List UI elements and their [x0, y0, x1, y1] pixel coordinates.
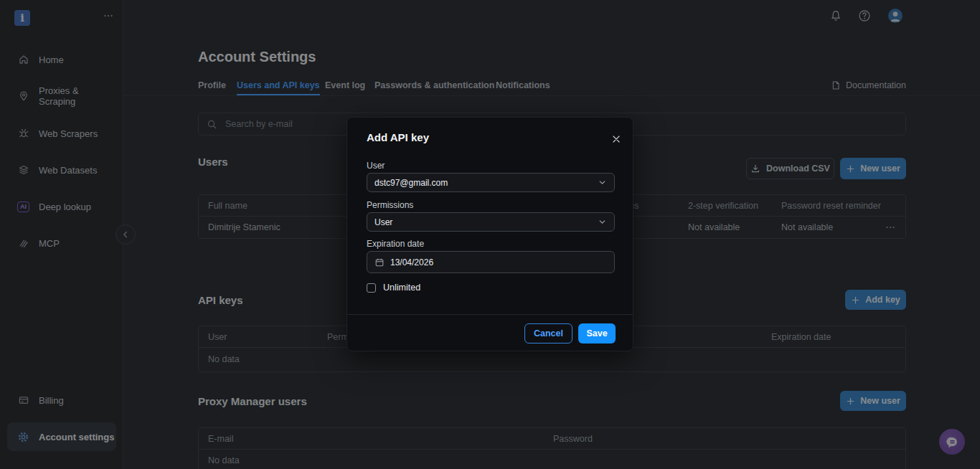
user-field-label: User: [367, 161, 385, 171]
app-screen: i Home Proxies & Scraping Web Scrapers: [0, 0, 980, 469]
permissions-select[interactable]: User: [367, 212, 615, 232]
calendar-icon: [374, 257, 385, 267]
save-button-label: Save: [586, 328, 607, 338]
user-select[interactable]: dstc97@gmail.com: [367, 173, 615, 192]
add-api-key-modal: Add API key User dstc97@gmail.com Permis…: [347, 117, 633, 351]
expiration-date-field-label: Expiration date: [367, 239, 424, 249]
chevron-down-icon: [598, 178, 607, 187]
user-select-value: dstc97@gmail.com: [374, 178, 592, 188]
cancel-button[interactable]: Cancel: [524, 323, 573, 344]
unlimited-checkbox-row[interactable]: Unlimited: [367, 283, 420, 293]
chevron-down-icon: [598, 217, 607, 227]
expiration-date-value: 13/04/2026: [390, 257, 607, 267]
expiration-date-input[interactable]: 13/04/2026: [367, 251, 615, 273]
modal-title: Add API key: [367, 131, 429, 143]
permissions-field-label: Permissions: [367, 200, 413, 210]
cancel-button-label: Cancel: [534, 328, 563, 338]
permissions-select-value: User: [374, 217, 592, 227]
modal-footer-divider: [347, 314, 633, 315]
unlimited-checkbox-label: Unlimited: [383, 283, 420, 293]
save-button[interactable]: Save: [578, 323, 616, 344]
unlimited-checkbox[interactable]: [367, 283, 376, 293]
modal-close-icon[interactable]: [611, 133, 622, 145]
